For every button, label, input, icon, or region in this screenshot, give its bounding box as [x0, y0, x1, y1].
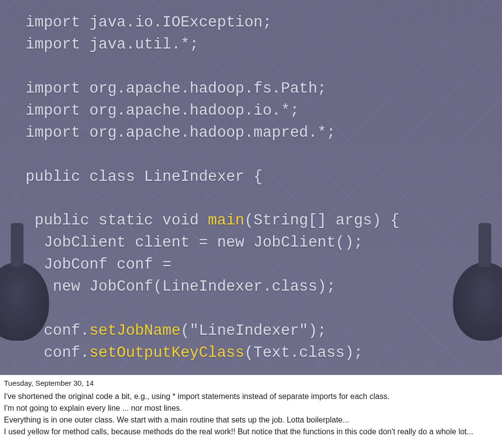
code-text: ("LineIndexer");	[180, 322, 326, 339]
code-line: JobClient client = new JobClient();	[25, 234, 363, 251]
method-highlight: setJobName	[89, 322, 180, 339]
code-text: (String[] args) {	[244, 212, 399, 229]
code-line: import org.apache.hadoop.mapred.*;	[25, 124, 336, 141]
code-line: import org.apache.hadoop.io.*;	[25, 102, 299, 119]
code-text: conf.	[25, 344, 89, 361]
notes-line: I've shortened the original code a bit, …	[4, 391, 498, 402]
slide-area: import java.io.IOException; import java.…	[0, 0, 502, 375]
code-line: import org.apache.hadoop.fs.Path;	[25, 80, 326, 97]
method-highlight: main	[208, 212, 244, 229]
notes-line: Everything is in one outer class. We sta…	[4, 414, 498, 425]
code-text: conf.	[25, 322, 89, 339]
notes-date: Tuesday, September 30, 14	[4, 378, 498, 389]
notes-line: I used yellow for method calls, because …	[4, 426, 498, 437]
code-line: conf.setJobName("LineIndexer");	[25, 322, 326, 339]
code-text: public static void	[25, 212, 208, 229]
code-line: JobConf conf =	[25, 256, 180, 273]
code-line: public class LineIndexer {	[25, 168, 263, 185]
code-line: conf.setOutputKeyClass(Text.class);	[25, 344, 363, 361]
code-block: import java.io.IOException; import java.…	[25, 12, 487, 364]
code-line: new JobConf(LineIndexer.class);	[25, 278, 336, 295]
code-text: (Text.class);	[245, 344, 363, 361]
speaker-notes: Tuesday, September 30, 14 I've shortened…	[0, 375, 502, 448]
notes-line: I'm not going to explain every line ... …	[4, 402, 498, 414]
code-line: import java.io.IOException;	[25, 14, 272, 31]
code-line: import java.util.*;	[25, 36, 199, 53]
code-line: public static void main(String[] args) {	[25, 212, 400, 229]
method-highlight: setOutputKeyClass	[89, 344, 244, 361]
